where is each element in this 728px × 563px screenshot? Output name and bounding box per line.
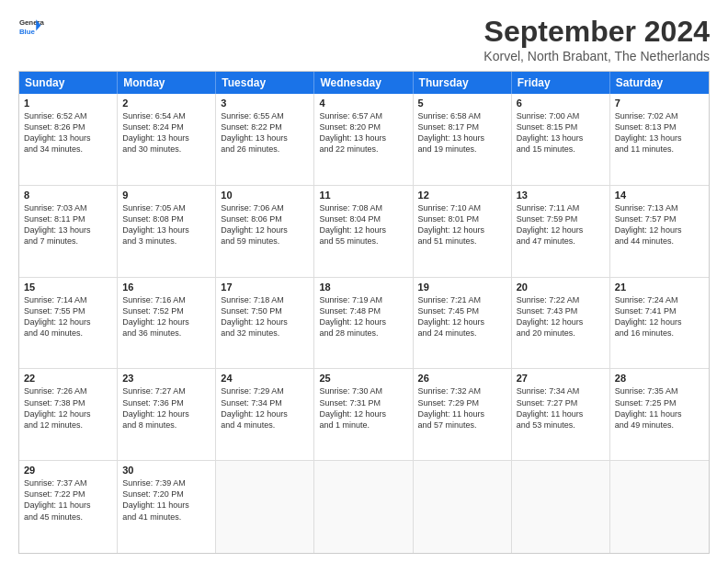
calendar-cell: 24Sunrise: 7:29 AMSunset: 7:34 PMDayligh… <box>216 369 314 460</box>
calendar-body: 1Sunrise: 6:52 AMSunset: 8:26 PMDaylight… <box>19 94 709 553</box>
calendar-cell: 2Sunrise: 6:54 AMSunset: 8:24 PMDaylight… <box>118 94 216 185</box>
day-number: 3 <box>221 98 309 109</box>
day-number: 6 <box>517 98 605 109</box>
day-number: 25 <box>319 373 407 384</box>
day-number: 5 <box>418 98 506 109</box>
weekday-header: Sunday <box>19 72 118 94</box>
day-info: Sunrise: 7:05 AMSunset: 8:08 PMDaylight:… <box>122 202 210 247</box>
day-number: 4 <box>319 98 407 109</box>
day-number: 22 <box>24 373 112 384</box>
calendar-cell: 5Sunrise: 6:58 AMSunset: 8:17 PMDaylight… <box>414 94 512 185</box>
day-info: Sunrise: 7:32 AMSunset: 7:29 PMDaylight:… <box>418 385 506 431</box>
logo-icon: GeneralBlue <box>18 15 44 40</box>
day-info: Sunrise: 7:34 AMSunset: 7:27 PMDaylight:… <box>517 385 605 431</box>
weekday-header: Friday <box>512 72 610 94</box>
calendar-cell: 29Sunrise: 7:37 AMSunset: 7:22 PMDayligh… <box>19 461 118 553</box>
day-number: 24 <box>221 373 309 384</box>
calendar-cell: 22Sunrise: 7:26 AMSunset: 7:38 PMDayligh… <box>19 369 118 460</box>
page-header: GeneralBlue September 2024 Korvel, North… <box>18 15 710 63</box>
calendar-row: 29Sunrise: 7:37 AMSunset: 7:22 PMDayligh… <box>19 461 709 553</box>
day-number: 27 <box>517 373 605 384</box>
day-number: 18 <box>319 282 407 293</box>
day-number: 15 <box>24 282 112 293</box>
weekday-header: Monday <box>118 72 216 94</box>
title-block: September 2024 Korvel, North Brabant, Th… <box>483 15 710 63</box>
day-number: 10 <box>221 190 309 201</box>
calendar-row: 15Sunrise: 7:14 AMSunset: 7:55 PMDayligh… <box>19 278 709 370</box>
day-number: 26 <box>418 373 506 384</box>
day-info: Sunrise: 7:03 AMSunset: 8:11 PMDaylight:… <box>24 202 112 247</box>
day-number: 16 <box>122 282 210 293</box>
day-number: 17 <box>221 282 309 293</box>
day-info: Sunrise: 7:39 AMSunset: 7:20 PMDaylight:… <box>122 477 210 523</box>
calendar-header: SundayMondayTuesdayWednesdayThursdayFrid… <box>19 72 709 94</box>
calendar-cell: 20Sunrise: 7:22 AMSunset: 7:43 PMDayligh… <box>512 278 610 369</box>
day-info: Sunrise: 7:02 AMSunset: 8:13 PMDaylight:… <box>615 110 704 155</box>
day-info: Sunrise: 7:27 AMSunset: 7:36 PMDaylight:… <box>122 385 210 431</box>
calendar-cell <box>314 461 413 553</box>
calendar-cell: 8Sunrise: 7:03 AMSunset: 8:11 PMDaylight… <box>19 186 118 277</box>
calendar-cell: 13Sunrise: 7:11 AMSunset: 7:59 PMDayligh… <box>512 186 610 277</box>
day-info: Sunrise: 7:16 AMSunset: 7:52 PMDaylight:… <box>122 294 210 339</box>
calendar-cell: 15Sunrise: 7:14 AMSunset: 7:55 PMDayligh… <box>19 278 118 369</box>
calendar-cell: 3Sunrise: 6:55 AMSunset: 8:22 PMDaylight… <box>216 94 314 185</box>
day-number: 28 <box>615 373 704 384</box>
weekday-header: Saturday <box>610 72 709 94</box>
weekday-header: Tuesday <box>216 72 314 94</box>
calendar: SundayMondayTuesdayWednesdayThursdayFrid… <box>18 71 710 554</box>
day-number: 30 <box>122 465 210 476</box>
calendar-cell: 12Sunrise: 7:10 AMSunset: 8:01 PMDayligh… <box>414 186 512 277</box>
day-info: Sunrise: 7:26 AMSunset: 7:38 PMDaylight:… <box>24 385 112 431</box>
svg-text:Blue: Blue <box>19 28 36 36</box>
location: Korvel, North Brabant, The Netherlands <box>483 49 710 63</box>
day-info: Sunrise: 7:14 AMSunset: 7:55 PMDaylight:… <box>24 294 112 339</box>
calendar-cell: 17Sunrise: 7:18 AMSunset: 7:50 PMDayligh… <box>216 278 314 369</box>
calendar-cell: 1Sunrise: 6:52 AMSunset: 8:26 PMDaylight… <box>19 94 118 185</box>
day-info: Sunrise: 6:57 AMSunset: 8:20 PMDaylight:… <box>319 110 407 155</box>
calendar-cell: 6Sunrise: 7:00 AMSunset: 8:15 PMDaylight… <box>512 94 610 185</box>
day-number: 21 <box>615 282 704 293</box>
day-number: 8 <box>24 190 112 201</box>
day-number: 19 <box>418 282 506 293</box>
calendar-cell: 14Sunrise: 7:13 AMSunset: 7:57 PMDayligh… <box>610 186 709 277</box>
day-number: 23 <box>122 373 210 384</box>
day-info: Sunrise: 7:06 AMSunset: 8:06 PMDaylight:… <box>221 202 309 247</box>
day-info: Sunrise: 6:54 AMSunset: 8:24 PMDaylight:… <box>122 110 210 155</box>
calendar-cell: 10Sunrise: 7:06 AMSunset: 8:06 PMDayligh… <box>216 186 314 277</box>
calendar-cell: 30Sunrise: 7:39 AMSunset: 7:20 PMDayligh… <box>118 461 216 553</box>
day-number: 14 <box>615 190 704 201</box>
calendar-cell: 28Sunrise: 7:35 AMSunset: 7:25 PMDayligh… <box>610 369 709 460</box>
calendar-cell <box>512 461 610 553</box>
day-info: Sunrise: 7:11 AMSunset: 7:59 PMDaylight:… <box>517 202 605 247</box>
day-number: 12 <box>418 190 506 201</box>
day-info: Sunrise: 7:00 AMSunset: 8:15 PMDaylight:… <box>517 110 605 155</box>
day-info: Sunrise: 6:52 AMSunset: 8:26 PMDaylight:… <box>24 110 112 155</box>
calendar-cell: 4Sunrise: 6:57 AMSunset: 8:20 PMDaylight… <box>314 94 413 185</box>
calendar-cell: 25Sunrise: 7:30 AMSunset: 7:31 PMDayligh… <box>314 369 413 460</box>
calendar-cell: 9Sunrise: 7:05 AMSunset: 8:08 PMDaylight… <box>118 186 216 277</box>
logo: GeneralBlue <box>18 15 44 40</box>
day-info: Sunrise: 7:22 AMSunset: 7:43 PMDaylight:… <box>517 294 605 339</box>
day-info: Sunrise: 6:58 AMSunset: 8:17 PMDaylight:… <box>418 110 506 155</box>
day-number: 7 <box>615 98 704 109</box>
weekday-header: Thursday <box>414 72 512 94</box>
day-number: 29 <box>24 465 112 476</box>
day-info: Sunrise: 7:08 AMSunset: 8:04 PMDaylight:… <box>319 202 407 247</box>
day-info: Sunrise: 7:10 AMSunset: 8:01 PMDaylight:… <box>418 202 506 247</box>
weekday-header: Wednesday <box>314 72 413 94</box>
day-number: 13 <box>517 190 605 201</box>
day-info: Sunrise: 7:21 AMSunset: 7:45 PMDaylight:… <box>418 294 506 339</box>
calendar-cell <box>414 461 512 553</box>
day-info: Sunrise: 7:30 AMSunset: 7:31 PMDaylight:… <box>319 385 407 431</box>
calendar-row: 22Sunrise: 7:26 AMSunset: 7:38 PMDayligh… <box>19 369 709 461</box>
calendar-cell: 21Sunrise: 7:24 AMSunset: 7:41 PMDayligh… <box>610 278 709 369</box>
day-info: Sunrise: 7:29 AMSunset: 7:34 PMDaylight:… <box>221 385 309 431</box>
calendar-cell <box>610 461 709 553</box>
day-info: Sunrise: 7:24 AMSunset: 7:41 PMDaylight:… <box>615 294 704 339</box>
calendar-cell: 23Sunrise: 7:27 AMSunset: 7:36 PMDayligh… <box>118 369 216 460</box>
day-info: Sunrise: 7:13 AMSunset: 7:57 PMDaylight:… <box>615 202 704 247</box>
calendar-row: 1Sunrise: 6:52 AMSunset: 8:26 PMDaylight… <box>19 94 709 186</box>
day-info: Sunrise: 7:35 AMSunset: 7:25 PMDaylight:… <box>615 385 704 431</box>
day-info: Sunrise: 7:37 AMSunset: 7:22 PMDaylight:… <box>24 477 112 523</box>
day-number: 2 <box>122 98 210 109</box>
